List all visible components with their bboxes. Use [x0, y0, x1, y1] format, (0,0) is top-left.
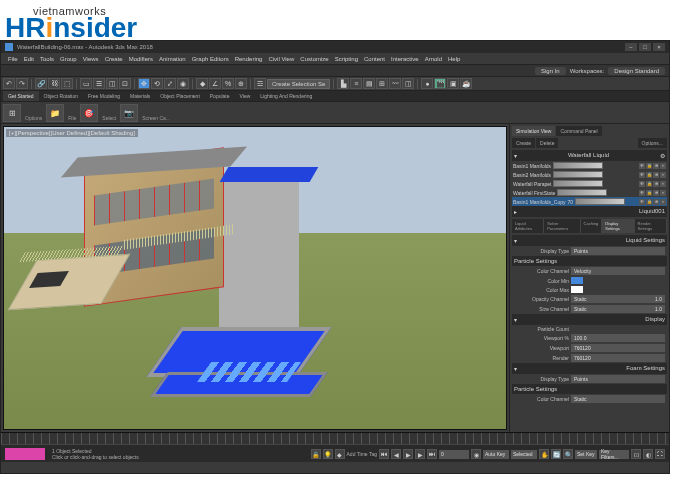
render-count-field[interactable]: 760120: [571, 354, 665, 362]
curve-editor-button[interactable]: 〰: [389, 78, 401, 89]
menu-grapheditors[interactable]: Graph Editors: [189, 53, 232, 64]
menu-scripting[interactable]: Scripting: [332, 53, 361, 64]
zoom-button[interactable]: 🔍: [563, 449, 573, 459]
foam-color-dropdown[interactable]: Static: [571, 395, 665, 403]
select-region-button[interactable]: ◫: [106, 78, 118, 89]
select-button[interactable]: ▭: [80, 78, 92, 89]
named-sets-button[interactable]: ☲: [254, 78, 266, 89]
create-button[interactable]: Create: [512, 138, 535, 148]
align-button[interactable]: ≡: [350, 78, 362, 89]
vis-icon[interactable]: 👁: [639, 163, 645, 169]
lock-selection-icon[interactable]: 🔒: [311, 449, 321, 459]
close-button[interactable]: ×: [653, 43, 665, 51]
add-time-tag[interactable]: Add Time Tag: [347, 451, 377, 457]
menu-modifiers[interactable]: Modifiers: [126, 53, 156, 64]
render-setup-button[interactable]: 🎬: [434, 78, 446, 89]
orbit-button[interactable]: 🔄: [551, 449, 561, 459]
liquid-header[interactable]: ▾Waterfall Liquid⚙: [512, 150, 667, 161]
schematic-button[interactable]: ◫: [402, 78, 414, 89]
zoom-extents-button[interactable]: ⊡: [631, 449, 641, 459]
key-mode-button[interactable]: ◉: [471, 449, 481, 459]
color-channel-dropdown[interactable]: Velocity: [571, 267, 665, 275]
delete-button[interactable]: Delete: [536, 138, 558, 148]
autokey-button[interactable]: Auto Key: [483, 450, 509, 459]
select-name-button[interactable]: ☰: [93, 78, 105, 89]
tab-freemodeling[interactable]: Free Modeling: [83, 91, 125, 101]
viewport[interactable]: [+][Perspective][User Defined][Default S…: [3, 126, 507, 430]
layers-button[interactable]: ▤: [363, 78, 375, 89]
menu-content[interactable]: Content: [361, 53, 388, 64]
tab-view[interactable]: View: [235, 91, 256, 101]
tab-lighting[interactable]: Lighting And Rendering: [255, 91, 317, 101]
ribbon-select[interactable]: 🎯: [80, 104, 98, 122]
mirror-button[interactable]: ▙: [337, 78, 349, 89]
menu-views[interactable]: Views: [80, 53, 102, 64]
pan-button[interactable]: ✋: [539, 449, 549, 459]
color-min-swatch[interactable]: [571, 277, 583, 284]
snap-button[interactable]: ◆: [196, 78, 208, 89]
timeline-track[interactable]: [1, 433, 669, 445]
tab-objectplacement[interactable]: Object Placement: [155, 91, 204, 101]
tab-objectrotation[interactable]: Object Rotation: [39, 91, 83, 101]
goto-start-button[interactable]: ⏮: [379, 449, 389, 459]
subtab-caching[interactable]: Caching: [581, 219, 603, 233]
menu-create[interactable]: Create: [102, 53, 126, 64]
isolate-icon[interactable]: 💡: [323, 449, 333, 459]
next-frame-button[interactable]: ▶: [415, 449, 425, 459]
selection-set-dropdown[interactable]: Create Selection Se: [267, 79, 330, 89]
subtab-liquid[interactable]: Liquid Attributes: [512, 219, 544, 233]
minimize-button[interactable]: −: [625, 43, 637, 51]
snap-toggle-icon[interactable]: ◆: [335, 449, 345, 459]
color-max-swatch[interactable]: [571, 286, 583, 293]
play-button[interactable]: ▶: [403, 449, 413, 459]
menu-animation[interactable]: Animation: [156, 53, 189, 64]
menu-group[interactable]: Group: [57, 53, 80, 64]
material-editor-button[interactable]: ●: [421, 78, 433, 89]
tab-command[interactable]: Command Panel: [556, 126, 601, 136]
foam-display-dropdown[interactable]: Points: [571, 375, 665, 383]
scale-button[interactable]: ⤢: [164, 78, 176, 89]
goto-end-button[interactable]: ⏭: [427, 449, 437, 459]
tab-populate[interactable]: Populate: [205, 91, 235, 101]
menu-interactive[interactable]: Interactive: [388, 53, 422, 64]
undo-button[interactable]: ↶: [3, 78, 15, 89]
prev-frame-button[interactable]: ◀: [391, 449, 401, 459]
link-button[interactable]: 🔗: [35, 78, 47, 89]
keyfilters-button[interactable]: Key Filters...: [599, 450, 629, 459]
tab-materials[interactable]: Materials: [125, 91, 155, 101]
subtab-display[interactable]: Display Settings: [602, 219, 634, 233]
redo-button[interactable]: ↷: [16, 78, 28, 89]
percent-snap-button[interactable]: %: [222, 78, 234, 89]
size-dropdown[interactable]: Static1.0: [571, 305, 665, 313]
viewport-label[interactable]: [+][Perspective][User Defined][Default S…: [6, 129, 138, 137]
options-button[interactable]: Options...: [638, 138, 667, 148]
tab-simulation[interactable]: Simulation View: [512, 126, 555, 136]
rotate-button[interactable]: ⟲: [151, 78, 163, 89]
menu-tools[interactable]: Tools: [37, 53, 57, 64]
menu-edit[interactable]: Edit: [21, 53, 37, 64]
ribbon-toggle-button[interactable]: ⊞: [376, 78, 388, 89]
display-type-dropdown[interactable]: Points: [571, 247, 665, 255]
viewport-pct-field[interactable]: 100.0: [571, 334, 665, 342]
bind-button[interactable]: ⬚: [61, 78, 73, 89]
ribbon-screencap[interactable]: 📷: [120, 104, 138, 122]
render-frame-button[interactable]: ▣: [447, 78, 459, 89]
opacity-dropdown[interactable]: Static1.0: [571, 295, 665, 303]
move-button[interactable]: ✥: [138, 78, 150, 89]
maximize-button[interactable]: □: [639, 43, 651, 51]
ribbon-file[interactable]: 📁: [46, 104, 64, 122]
fov-button[interactable]: ◐: [643, 449, 653, 459]
menu-civilview[interactable]: Civil View: [265, 53, 297, 64]
render-button[interactable]: ☕: [460, 78, 472, 89]
angle-snap-button[interactable]: ∠: [209, 78, 221, 89]
signin-button[interactable]: Sign In: [535, 67, 566, 75]
tab-getstarted[interactable]: Get Started: [3, 91, 39, 101]
placement-button[interactable]: ◉: [177, 78, 189, 89]
lock-icon[interactable]: 🔒: [646, 163, 652, 169]
menu-customize[interactable]: Customize: [297, 53, 331, 64]
spinner-snap-button[interactable]: ⊕: [235, 78, 247, 89]
setkey-button[interactable]: Set Key: [575, 450, 597, 459]
subtab-render[interactable]: Render Settings: [635, 219, 667, 233]
ribbon-options[interactable]: ⊞: [3, 104, 21, 122]
maximize-viewport-button[interactable]: ⛶: [655, 449, 665, 459]
